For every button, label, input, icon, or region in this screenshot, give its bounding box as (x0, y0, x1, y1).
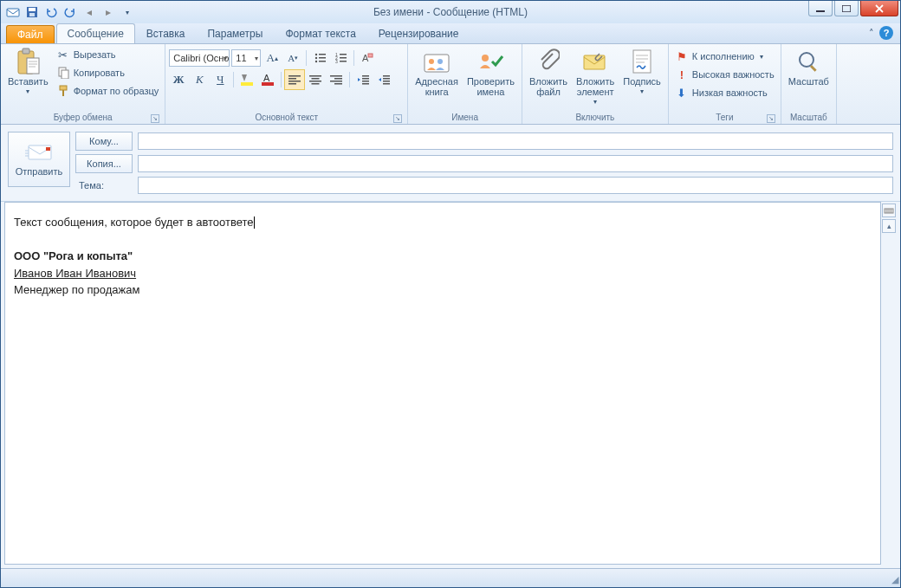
grow-font-button[interactable]: A▴ (263, 48, 282, 68)
ruler-toggle-icon[interactable] (882, 204, 896, 217)
message-body[interactable]: Текст сообщения, которое будет в автоотв… (4, 202, 881, 565)
low-importance-button[interactable]: ⬇Низкая важность (672, 84, 777, 101)
text-cursor (254, 216, 255, 229)
dropdown-arrow-icon: ▾ (26, 87, 29, 95)
svg-rect-46 (383, 75, 390, 77)
bullets-button[interactable] (310, 48, 329, 68)
zoom-button[interactable]: Масштаб (785, 46, 833, 88)
file-tab[interactable]: Файл (6, 25, 55, 43)
minimize-button[interactable] (808, 1, 833, 16)
maximize-button[interactable] (834, 1, 859, 16)
side-ruler-column: ▴ (881, 202, 897, 565)
svg-rect-48 (383, 81, 390, 82)
italic-button[interactable]: К (190, 70, 209, 89)
svg-rect-34 (309, 75, 321, 77)
quick-access-toolbar: ◂ ▸ ▾ (1, 3, 136, 21)
tab-message[interactable]: Сообщение (56, 23, 135, 43)
next-item-icon[interactable]: ▸ (100, 3, 117, 21)
cc-field[interactable] (138, 155, 893, 172)
redo-icon[interactable] (62, 3, 79, 21)
signature-name: Иванов Иван Иванович (14, 267, 136, 280)
tab-insert[interactable]: Вставка (135, 23, 197, 43)
follow-up-button[interactable]: ⚑К исполнению▾ (672, 48, 777, 65)
svg-rect-2 (29, 8, 36, 11)
tab-options[interactable]: Параметры (196, 23, 274, 43)
svg-rect-27 (241, 82, 253, 86)
signature-button[interactable]: Подпись ▾ (619, 46, 664, 97)
undo-icon[interactable] (42, 3, 60, 21)
svg-rect-47 (383, 78, 390, 80)
check-names-button[interactable]: Проверить имена (463, 46, 518, 99)
paste-button[interactable]: Вставить ▾ (4, 46, 52, 97)
underline-button[interactable]: Ч (211, 70, 230, 89)
format-painter-button[interactable]: Формат по образцу (54, 82, 162, 100)
dialog-launcher-icon[interactable]: ↘ (151, 114, 159, 123)
font-name-combo[interactable]: Calibri (Основной текст)▾ (169, 49, 230, 67)
dialog-launcher-icon[interactable]: ↘ (393, 114, 402, 123)
svg-rect-14 (319, 54, 326, 55)
increase-indent-button[interactable] (374, 70, 393, 89)
svg-point-52 (438, 59, 443, 64)
svg-rect-49 (383, 83, 390, 85)
svg-rect-18 (319, 61, 326, 62)
paperclip-icon (535, 48, 562, 75)
svg-rect-3 (29, 13, 35, 16)
dialog-launcher-icon[interactable]: ↘ (767, 114, 775, 123)
scissors-icon: ✂ (56, 48, 70, 61)
svg-rect-55 (633, 50, 651, 73)
svg-rect-4 (816, 10, 825, 12)
svg-rect-5 (842, 5, 851, 12)
save-icon[interactable] (23, 3, 41, 21)
address-book-button[interactable]: Адресная книга (412, 46, 462, 99)
previous-item-icon[interactable]: ◂ (81, 3, 98, 21)
svg-point-53 (482, 55, 489, 61)
close-button[interactable] (860, 1, 898, 16)
signature-title: Менеджер по продажам (14, 282, 872, 298)
minimize-ribbon-icon[interactable]: ˄ (869, 28, 874, 39)
clear-formatting-button[interactable]: A (358, 48, 377, 68)
svg-rect-24 (340, 61, 347, 62)
svg-rect-33 (288, 83, 296, 85)
numbering-button[interactable]: 123 (331, 48, 350, 68)
svg-rect-36 (309, 81, 321, 82)
high-importance-button[interactable]: !Высокая важность (672, 66, 777, 83)
tab-format-text[interactable]: Формат текста (274, 23, 366, 43)
align-right-button[interactable] (327, 70, 346, 89)
tab-review[interactable]: Рецензирование (367, 23, 470, 43)
send-button[interactable]: Отправить (8, 132, 70, 187)
chevron-down-icon: ▾ (255, 55, 258, 62)
svg-rect-44 (362, 81, 369, 82)
attach-file-button[interactable]: Вложить файл (526, 46, 571, 99)
to-button[interactable]: Кому... (75, 132, 133, 151)
svg-rect-11 (60, 86, 67, 90)
align-left-button[interactable] (285, 70, 304, 89)
svg-rect-10 (62, 70, 68, 79)
decrease-indent-button[interactable] (353, 70, 373, 89)
subject-field[interactable] (138, 177, 893, 194)
shrink-font-button[interactable]: A▾ (283, 48, 302, 68)
font-size-combo[interactable]: 11▾ (231, 49, 261, 67)
to-field[interactable] (138, 132, 893, 150)
svg-rect-32 (288, 81, 301, 82)
exclamation-icon: ! (675, 68, 689, 81)
bold-button[interactable]: Ж (169, 70, 188, 89)
font-color-button[interactable]: A (258, 70, 277, 89)
cut-button[interactable]: ✂Вырезать (54, 46, 162, 63)
qat-customize-icon[interactable]: ▾ (119, 3, 136, 21)
window-root: ◂ ▸ ▾ Без имени - Сообщение (HTML) Файл … (0, 0, 901, 588)
group-names: Адресная книга Проверить имена Имена (408, 44, 522, 124)
help-icon[interactable]: ? (879, 26, 893, 40)
copy-button[interactable]: Копировать (54, 64, 162, 81)
down-arrow-icon: ⬇ (675, 86, 689, 100)
group-include: Вложить файл Вложить элемент ▾ Подпись ▾… (522, 44, 669, 124)
attach-item-button[interactable]: Вложить элемент ▾ (573, 46, 618, 107)
resize-grip-icon[interactable]: ◢ (891, 574, 898, 585)
align-center-button[interactable] (306, 70, 325, 89)
highlight-button[interactable] (237, 70, 256, 89)
app-icon[interactable] (4, 3, 22, 21)
svg-rect-42 (362, 75, 369, 77)
scroll-up-icon[interactable]: ▴ (882, 219, 896, 233)
cc-button[interactable]: Копия... (75, 154, 133, 173)
flag-icon: ⚑ (675, 49, 689, 63)
attach-item-icon (581, 48, 609, 75)
